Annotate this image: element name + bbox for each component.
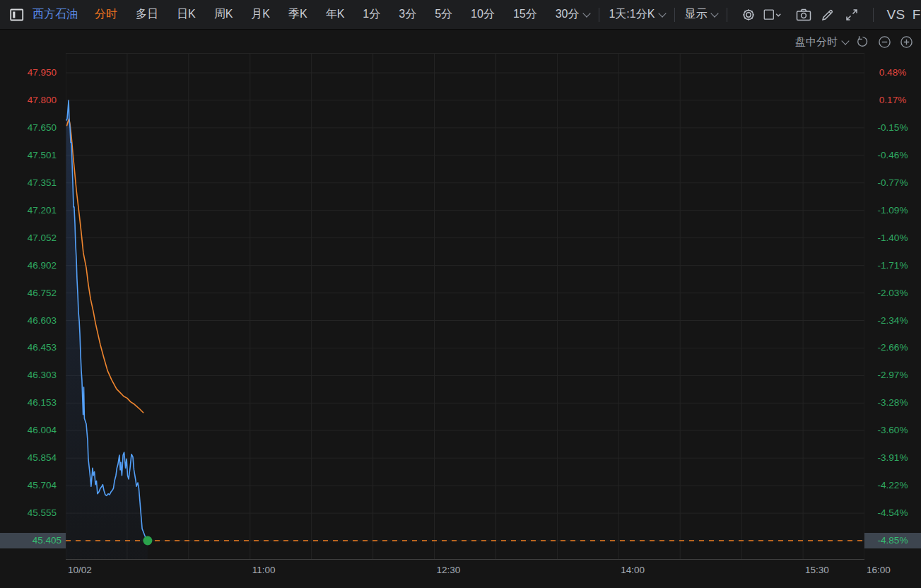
y-axis-percent-label: -2.34% xyxy=(864,314,921,327)
y-axis-percent-label: -1.71% xyxy=(864,259,921,272)
y-axis-percent-label: -0.15% xyxy=(864,122,921,134)
chevron-down-icon xyxy=(711,9,719,17)
chart-toolbar: 西方石油 分时多日日K周K月K季K年K1分3分5分10分15分30分 1天:1分… xyxy=(0,0,921,30)
timeframe-tab[interactable]: 5分 xyxy=(435,7,452,22)
timeframe-tab[interactable]: 日K xyxy=(177,7,196,22)
current-percent-badge: -4.85% xyxy=(864,533,921,548)
timeframe-tab[interactable]: 周K xyxy=(214,7,233,22)
display-menu[interactable]: 显示 xyxy=(684,7,717,22)
current-price-badge: 45.405 xyxy=(0,533,66,548)
x-axis-time-label: 10/02 xyxy=(68,564,92,577)
symbol-name[interactable]: 西方石油 xyxy=(33,7,78,22)
y-axis-percent-label: -2.97% xyxy=(864,369,921,382)
y-axis-percent-label: -4.54% xyxy=(864,507,921,519)
zoom-in-icon[interactable] xyxy=(898,34,914,49)
y-axis-price-label: 46.453 xyxy=(0,341,57,354)
fullscreen-expand-icon[interactable] xyxy=(843,6,861,24)
y-axis-percent-label: -1.09% xyxy=(864,204,921,217)
y-axis-price-label: 47.800 xyxy=(0,94,57,107)
toolbar-divider xyxy=(674,8,675,22)
y-axis-percent-label: -3.91% xyxy=(864,452,921,464)
vs-compare-button[interactable]: VS xyxy=(886,7,905,23)
interval-selector[interactable]: 1天:1分K xyxy=(609,7,665,22)
y-axis-price-label: 47.351 xyxy=(0,177,57,189)
reset-zoom-icon[interactable] xyxy=(855,34,870,49)
x-axis-time-label: 15:30 xyxy=(805,564,829,577)
timeframe-tab[interactable]: 年K xyxy=(326,7,345,22)
y-axis-price-label: 46.752 xyxy=(0,287,57,300)
chart-plot[interactable] xyxy=(66,53,864,560)
y-axis-price-label: 46.603 xyxy=(0,314,57,327)
timeframe-tab[interactable]: 季K xyxy=(288,7,307,22)
y-axis-price-label: 45.854 xyxy=(0,452,57,464)
y-axis-percent-label: -0.46% xyxy=(864,149,921,162)
y-axis-price-label: 46.004 xyxy=(0,424,57,437)
y-axis-price-label: 46.303 xyxy=(0,369,57,382)
y-axis-price-label: 47.950 xyxy=(0,66,57,79)
y-axis-price-label: 47.201 xyxy=(0,204,57,217)
toolbar-divider xyxy=(727,8,727,22)
timeframe-tab[interactable]: 多日 xyxy=(136,7,158,22)
display-menu-label: 显示 xyxy=(684,8,707,20)
layout-selector-icon[interactable] xyxy=(763,6,782,24)
y-axis-percent-label: -3.28% xyxy=(864,396,921,409)
y-axis-price-label: 45.555 xyxy=(0,507,57,519)
chart-region: 盘中分时 47.95047.80047.65047.50147.35147 xyxy=(0,30,921,588)
chart-mode-label: 盘中分时 xyxy=(795,35,838,47)
y-axis-price-label: 47.501 xyxy=(0,149,57,162)
chevron-down-icon xyxy=(583,9,591,17)
y-axis-percent-label: 0.17% xyxy=(864,94,921,107)
x-axis-time-label: 11:00 xyxy=(252,564,276,577)
x-axis-time-label: 12:30 xyxy=(437,564,461,577)
y-axis-percent-label: -0.77% xyxy=(864,177,921,189)
toolbar-right-cluster: 显示 xyxy=(665,6,921,24)
left-panel-toggle-icon[interactable] xyxy=(10,6,24,24)
toolbar-divider xyxy=(599,8,599,22)
toolbar-divider xyxy=(873,8,874,22)
timeframe-tab[interactable]: 10分 xyxy=(471,7,495,22)
timeframe-tab[interactable]: 30分 xyxy=(556,7,590,22)
y-axis-percent-label: 0.48% xyxy=(864,66,921,79)
timeframe-tab[interactable]: 3分 xyxy=(399,7,416,22)
chevron-down-icon xyxy=(841,37,849,45)
x-axis-time-label: 16:00 xyxy=(867,564,891,577)
y-axis-price-label: 47.052 xyxy=(0,232,57,245)
y-axis-price-label: 46.902 xyxy=(0,259,57,272)
y-axis-percent-label: -3.60% xyxy=(864,424,921,437)
timeframe-tabs: 分时多日日K周K月K季K年K1分3分5分10分15分30分 xyxy=(95,7,589,22)
interval-selector-label: 1天:1分K xyxy=(609,8,655,20)
y-axis-price-label: 47.650 xyxy=(0,122,57,134)
y-axis-percent-label: -2.66% xyxy=(864,341,921,354)
timeframe-tab[interactable]: 分时 xyxy=(95,7,117,22)
draw-pencil-icon[interactable] xyxy=(819,6,837,24)
y-axis-price-label: 45.704 xyxy=(0,479,57,492)
chart-overlay-controls: 盘中分时 xyxy=(795,34,914,49)
timeframe-tab[interactable]: 月K xyxy=(251,7,270,22)
y-axis-percent-label: -4.22% xyxy=(864,479,921,492)
f10-info-button[interactable]: F10 xyxy=(913,7,921,23)
timeframe-tab[interactable]: 1分 xyxy=(363,7,380,22)
x-axis-time-label: 14:00 xyxy=(621,564,645,577)
last-price-dot xyxy=(143,536,152,546)
zoom-out-icon[interactable] xyxy=(876,34,892,49)
y-axis-percent-label: -1.40% xyxy=(864,232,921,245)
y-axis-price-label: 46.153 xyxy=(0,396,57,409)
chart-mode-selector[interactable]: 盘中分时 xyxy=(795,35,848,49)
settings-gear-icon[interactable] xyxy=(739,6,758,24)
screenshot-camera-icon[interactable] xyxy=(794,6,813,24)
trading-app-window: 西方石油 分时多日日K周K月K季K年K1分3分5分10分15分30分 1天:1分… xyxy=(0,0,921,588)
y-axis-percent-label: -2.03% xyxy=(864,287,921,300)
timeframe-tab[interactable]: 15分 xyxy=(513,7,537,22)
